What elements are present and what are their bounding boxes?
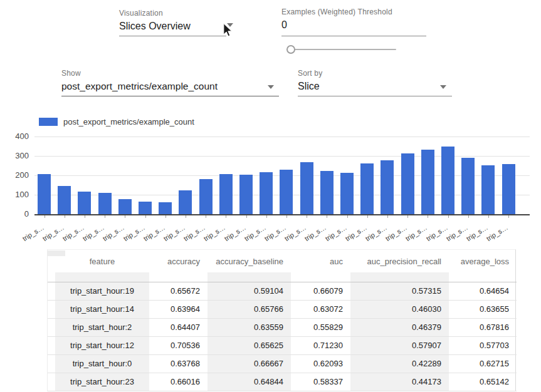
y-axis-tick-label: 400: [4, 132, 29, 141]
column-header-accuracy[interactable]: accuracy: [149, 250, 207, 272]
threshold-underline: [281, 36, 426, 36]
bar[interactable]: [58, 186, 71, 214]
table-row[interactable]: trip_start_hour:140.639640.657660.630720…: [48, 300, 517, 318]
column-header-average-loss[interactable]: average_loss: [449, 250, 517, 272]
legend-label: post_export_metrics/example_count: [63, 117, 194, 126]
bar-chart: post_export_metrics/example_count 010020…: [0, 116, 541, 241]
metric-cell: 0.64844: [207, 373, 291, 391]
bar[interactable]: [401, 153, 414, 214]
index-cell: [48, 336, 55, 354]
table-row[interactable]: trip_start_hour:120.705360.656250.712300…: [48, 336, 517, 354]
filter-cell: [207, 272, 291, 282]
bar[interactable]: [381, 160, 394, 214]
bar[interactable]: [98, 193, 112, 214]
index-cell: [48, 300, 55, 318]
metric-cell: 0.63768: [149, 354, 207, 373]
sort-by-label: Sort by: [298, 69, 452, 78]
bar[interactable]: [260, 172, 273, 214]
bar[interactable]: [78, 192, 91, 214]
tfma-slices-overview: Visualization Slices Overview Examples (…: [0, 0, 541, 392]
x-axis-tick: [307, 215, 307, 218]
x-axis-tick: [286, 215, 287, 218]
bar[interactable]: [159, 202, 172, 214]
chevron-down-icon[interactable]: [440, 85, 446, 89]
x-axis-tick: [45, 215, 45, 218]
threshold-label: Examples (Weighted) Threshold: [281, 8, 427, 16]
bar[interactable]: [239, 175, 253, 214]
x-axis-tick: [206, 215, 206, 218]
metric-cell: 0.46379: [350, 318, 449, 336]
y-axis-tick-label: 0: [4, 209, 29, 219]
metric-cell: 0.66667: [207, 354, 291, 373]
visualization-value[interactable]: Slices Overview: [119, 21, 227, 32]
metric-cell: 0.63072: [291, 300, 350, 318]
sort-by-dropdown[interactable]: Sort by Slice: [298, 69, 452, 92]
x-axis-tick: [448, 215, 449, 218]
table-header-row: feature accuracy accuracy_baseline auc a…: [48, 250, 517, 272]
x-axis-tick: [327, 215, 327, 218]
bar[interactable]: [481, 165, 495, 214]
metric-cell: 0.46030: [350, 300, 449, 318]
bar[interactable]: [421, 150, 434, 214]
x-axis-tick: [226, 215, 226, 218]
visualization-dropdown[interactable]: Visualization Slices Overview: [119, 9, 227, 32]
legend-swatch-icon: [39, 118, 58, 126]
metric-cell: 0.57703: [449, 336, 517, 354]
bar[interactable]: [118, 199, 132, 214]
y-axis-tick-label: 100: [4, 190, 29, 199]
chevron-down-icon[interactable]: [268, 85, 274, 89]
bar[interactable]: [340, 173, 354, 214]
bar[interactable]: [300, 162, 313, 214]
metric-cell: 0.44173: [350, 373, 449, 391]
bar[interactable]: [441, 147, 454, 215]
bar[interactable]: [38, 174, 51, 214]
column-header-accuracy-baseline[interactable]: accuracy_baseline: [207, 250, 291, 272]
metric-cell: 0.55829: [291, 318, 350, 336]
feature-cell: trip_start_hour:2: [55, 318, 149, 336]
column-header-feature[interactable]: feature: [55, 250, 149, 272]
x-axis-tick: [508, 215, 509, 218]
table-row[interactable]: trip_start_hour:190.656720.591040.660790…: [48, 282, 517, 300]
threshold-field[interactable]: Examples (Weighted) Threshold 0: [281, 8, 427, 31]
metric-cell: 0.63964: [149, 300, 207, 318]
show-value[interactable]: post_export_metrics/example_count: [61, 81, 280, 92]
chart-legend: post_export_metrics/example_count: [39, 117, 194, 126]
x-axis-tick: [347, 215, 348, 218]
x-axis-tick: [387, 215, 388, 218]
feature-cell: trip_start_hour:14: [55, 300, 149, 318]
gridline: [34, 214, 530, 215]
threshold-slider[interactable]: [286, 46, 396, 54]
visualization-underline: [119, 36, 226, 36]
slider-handle[interactable]: [286, 45, 295, 54]
show-label: Show: [61, 69, 280, 78]
bar[interactable]: [219, 174, 233, 214]
sort-by-value[interactable]: Slice: [298, 81, 452, 92]
show-dropdown[interactable]: Show post_export_metrics/example_count: [61, 69, 280, 92]
metric-cell: 0.64407: [149, 318, 207, 336]
feature-cell: trip_start_hour:19: [55, 282, 149, 300]
x-axis-tick: [266, 215, 267, 218]
bar[interactable]: [360, 163, 374, 214]
metric-cell: 0.59104: [207, 282, 291, 300]
metric-cell: 0.63559: [207, 318, 291, 336]
bar[interactable]: [502, 164, 515, 214]
slider-track[interactable]: [286, 49, 396, 50]
x-axis-tick: [105, 215, 105, 218]
column-header-auc[interactable]: auc: [291, 250, 350, 272]
bar[interactable]: [461, 158, 475, 214]
bar[interactable]: [199, 179, 213, 214]
threshold-input[interactable]: 0: [281, 19, 427, 31]
metric-cell: 0.64654: [449, 282, 517, 300]
table-row[interactable]: trip_start_hour:00.637680.666670.620930.…: [48, 354, 517, 373]
bar[interactable]: [280, 170, 293, 214]
column-header-auc-precision-recall[interactable]: auc_precision_recall: [350, 250, 449, 272]
bar[interactable]: [320, 171, 334, 214]
table-row[interactable]: trip_start_hour:230.660160.648440.583370…: [48, 373, 517, 391]
show-underline: [61, 96, 279, 96]
metric-cell: 0.65766: [207, 300, 291, 318]
table-row[interactable]: trip_start_hour:20.644070.635590.558290.…: [48, 318, 517, 336]
y-axis-tick-label: 300: [4, 151, 29, 160]
bar[interactable]: [179, 190, 192, 214]
bar[interactable]: [139, 202, 152, 214]
x-axis-tick: [145, 215, 146, 218]
